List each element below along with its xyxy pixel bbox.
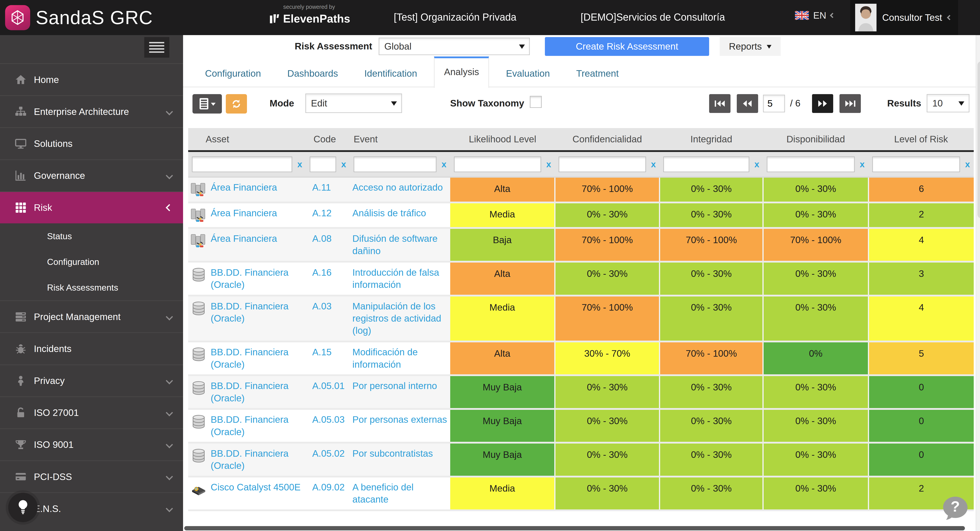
integrity-cell[interactable]: 0% - 30%	[660, 375, 763, 409]
hint-lightbulb-button[interactable]	[8, 493, 38, 522]
likelihood-cell[interactable]: Media	[450, 203, 555, 228]
help-button[interactable]: ?	[940, 494, 970, 523]
filter-clear-confidencialidad[interactable]: x	[651, 159, 656, 169]
asset-link[interactable]: BB.DD. Financiera (Oracle)	[211, 346, 304, 371]
confidentiality-cell[interactable]: 0% - 30%	[555, 443, 660, 477]
column-header-integridad[interactable]: Integridad	[660, 128, 763, 151]
sidebar-subitem-risk-assessments[interactable]: Risk Assessments	[0, 275, 183, 300]
availability-cell[interactable]: 0% - 30%	[763, 443, 868, 477]
sidebar-item-privacy[interactable]: Privacy	[0, 365, 183, 397]
columns-menu-button[interactable]	[192, 94, 222, 113]
confidentiality-cell[interactable]: 0% - 30%	[555, 477, 660, 510]
pagination-last-button[interactable]	[840, 94, 861, 113]
column-header-event[interactable]: Event	[350, 128, 450, 151]
pagination-prev-button[interactable]	[737, 94, 758, 113]
create-risk-assessment-button[interactable]: Create Risk Assessment	[545, 37, 709, 56]
language-selector[interactable]: EN	[795, 10, 834, 21]
asset-link[interactable]: Área Financiera	[211, 233, 277, 249]
availability-cell[interactable]: 0% - 30%	[763, 177, 868, 203]
likelihood-cell[interactable]: Media	[450, 477, 555, 510]
availability-cell[interactable]: 0% - 30%	[763, 203, 868, 228]
sidebar-item-iso-9001[interactable]: ISO 9001	[0, 429, 183, 461]
code-link[interactable]: A.15	[312, 347, 332, 357]
tab-analysis[interactable]: Analysis	[434, 56, 489, 88]
column-header-likelihood-level[interactable]: Likelihood Level	[450, 128, 555, 151]
asset-link[interactable]: Área Financiera	[211, 207, 277, 223]
confidentiality-cell[interactable]: 0% - 30%	[555, 203, 660, 228]
filter-clear-integridad[interactable]: x	[754, 159, 759, 169]
filter-input-level-of-risk[interactable]	[872, 156, 960, 172]
code-link[interactable]: A.16	[312, 267, 332, 277]
filter-clear-asset[interactable]: x	[298, 159, 302, 169]
filter-input-likelihood-level[interactable]	[454, 156, 541, 172]
column-header-level-of-risk[interactable]: Level of Risk	[869, 128, 974, 151]
tab-treatment[interactable]: Treatment	[567, 59, 628, 87]
tab-identification[interactable]: Identification	[355, 59, 426, 87]
tab-configuration[interactable]: Configuration	[196, 59, 270, 87]
integrity-cell[interactable]: 70% - 100%	[660, 341, 763, 375]
reports-dropdown-button[interactable]: Reports	[720, 37, 781, 56]
code-link[interactable]: A.03	[312, 301, 332, 311]
asset-link[interactable]: BB.DD. Financiera (Oracle)	[211, 300, 304, 325]
event-link[interactable]: Por personas externas	[352, 414, 447, 425]
asset-link[interactable]: BB.DD. Financiera (Oracle)	[211, 380, 304, 404]
sidebar-item-risk[interactable]: Risk	[0, 191, 183, 223]
integrity-cell[interactable]: 0% - 30%	[660, 295, 763, 341]
horizontal-scrollbar-thumb[interactable]	[184, 526, 965, 530]
filter-input-event[interactable]	[353, 156, 436, 172]
page-number-input[interactable]	[763, 95, 785, 112]
likelihood-cell[interactable]: Muy Baja	[450, 443, 555, 477]
column-header-code[interactable]: Code	[306, 128, 350, 151]
code-link[interactable]: A.05.02	[312, 448, 345, 459]
event-link[interactable]: Modificación de información	[352, 347, 418, 370]
sidebar-subitem-configuration[interactable]: Configuration	[0, 249, 183, 275]
likelihood-cell[interactable]: Baja	[450, 228, 555, 262]
asset-link[interactable]: Área Financiera	[211, 182, 277, 198]
event-link[interactable]: Análisis de tráfico	[352, 208, 426, 218]
vertical-scrollbar[interactable]	[976, 35, 980, 531]
filter-clear-level-of-risk[interactable]: x	[965, 159, 970, 169]
code-link[interactable]: A.12	[312, 208, 332, 218]
likelihood-cell[interactable]: Media	[450, 295, 555, 341]
event-link[interactable]: Acceso no autorizado	[352, 182, 443, 193]
sidebar-item-enterprise-architecture[interactable]: Enterprise Architecture	[0, 95, 183, 127]
sidebar-item-incidents[interactable]: Incidents	[0, 332, 183, 364]
sidebar-item-pci-dss[interactable]: PCI-DSS	[0, 461, 183, 493]
vertical-scrollbar-thumb[interactable]	[977, 61, 980, 218]
availability-cell[interactable]: 0% - 30%	[763, 375, 868, 409]
availability-cell[interactable]: 70% - 100%	[763, 228, 868, 262]
asset-link[interactable]: BB.DD. Financiera (Oracle)	[211, 448, 304, 472]
mode-select[interactable]: Edit	[305, 94, 402, 113]
sidebar-item-solutions[interactable]: Solutions	[0, 127, 183, 159]
asset-link[interactable]: BB.DD. Financiera (Oracle)	[211, 266, 304, 291]
column-header-asset[interactable]: Asset	[188, 128, 306, 151]
integrity-cell[interactable]: 0% - 30%	[660, 262, 763, 295]
filter-input-integridad[interactable]	[663, 156, 749, 172]
code-link[interactable]: A.05.01	[312, 381, 345, 391]
tab-evaluation[interactable]: Evaluation	[496, 59, 559, 87]
confidentiality-cell[interactable]: 70% - 100%	[555, 228, 660, 262]
availability-cell[interactable]: 0%	[763, 341, 868, 375]
filter-input-code[interactable]	[310, 156, 336, 172]
filter-clear-likelihood-level[interactable]: x	[546, 159, 551, 169]
code-link[interactable]: A.05.03	[312, 414, 345, 425]
availability-cell[interactable]: 0% - 30%	[763, 262, 868, 295]
confidentiality-cell[interactable]: 0% - 30%	[555, 409, 660, 443]
asset-link[interactable]: Cisco Catalyst 4500E	[211, 481, 301, 498]
user-menu[interactable]: Consultor Test	[850, 0, 958, 35]
asset-link[interactable]: BB.DD. Financiera (Oracle)	[211, 413, 304, 438]
pagination-next-button[interactable]	[812, 94, 834, 113]
code-link[interactable]: A.11	[312, 182, 331, 193]
sidebar-item-iso-27001[interactable]: ISO 27001	[0, 397, 183, 429]
sidebar-toggle-button[interactable]	[144, 37, 169, 58]
confidentiality-cell[interactable]: 70% - 100%	[555, 177, 660, 203]
integrity-cell[interactable]: 70% - 100%	[660, 228, 763, 262]
filter-clear-code[interactable]: x	[341, 159, 346, 169]
sidebar-subitem-status[interactable]: Status	[0, 223, 183, 249]
availability-cell[interactable]: 0% - 30%	[763, 409, 868, 443]
likelihood-cell[interactable]: Muy Baja	[450, 409, 555, 443]
sidebar-item-project-management[interactable]: Project Management	[0, 300, 183, 332]
event-link[interactable]: Por personal interno	[352, 381, 437, 391]
column-header-confidencialidad[interactable]: Confidencialidad	[555, 128, 660, 151]
confidentiality-cell[interactable]: 0% - 30%	[555, 375, 660, 409]
